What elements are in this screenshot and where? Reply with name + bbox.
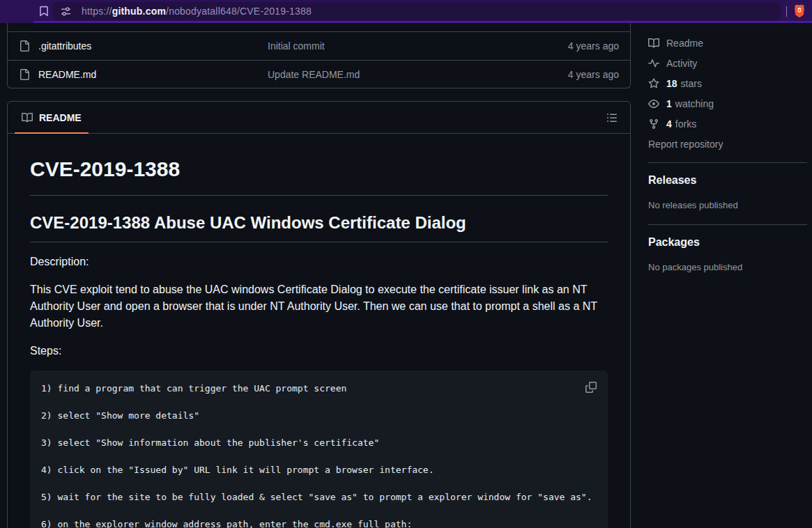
file-row-readme[interactable]: README.md Update README.md 4 years ago: [8, 60, 630, 88]
bookmark-icon: [38, 5, 50, 17]
list-unordered-icon: [606, 112, 618, 123]
sidebar-item-forks[interactable]: 4 forks: [648, 114, 807, 134]
steps-code-block: 1) find a program that can trigger the U…: [30, 371, 608, 528]
eye-icon: [648, 98, 659, 109]
commit-message-link[interactable]: Initial commit: [268, 40, 325, 52]
copy-icon: [585, 382, 597, 393]
sidebar-item-activity[interactable]: Activity: [648, 53, 807, 73]
code-line: 6) on the explorer window address path, …: [41, 518, 597, 528]
brave-shield-button[interactable]: [792, 3, 807, 19]
sidebar-item-label: Activity: [666, 58, 697, 69]
sidebar-divider: [648, 162, 807, 163]
code-line: 1) find a program that can trigger the U…: [41, 382, 597, 396]
file-listing-table: .gitattributes Initial commit 4 years ag…: [7, 23, 631, 88]
code-line: 2) select "Show more details": [41, 409, 597, 423]
url-text: https://github.com/nobodyatall648/CVE-20…: [82, 6, 312, 17]
code-line: 3) select "Show information about the pu…: [41, 436, 597, 450]
packages-empty-text: No packages published: [648, 262, 807, 272]
steps-label: Steps:: [30, 343, 608, 359]
book-icon: [648, 38, 659, 49]
pulse-icon: [648, 58, 659, 69]
readme-header: README: [8, 102, 630, 134]
forks-count: 4: [666, 118, 672, 130]
watching-count: 1: [666, 98, 672, 109]
copy-button[interactable]: [583, 379, 599, 396]
sidebar-item-label: Readme: [666, 38, 703, 49]
url-path: /nobodyatall648/CVE-2019-1388: [166, 6, 312, 17]
commit-age: 4 years ago: [568, 69, 619, 80]
sidebar-item-label: watching: [675, 98, 714, 109]
file-icon: [19, 69, 30, 80]
topbar-divider: [786, 6, 787, 17]
sidebar-item-label: forks: [675, 118, 696, 130]
commit-age: 4 years ago: [568, 40, 619, 52]
file-name-link[interactable]: .gitattributes: [38, 40, 91, 52]
sidebar-divider: [648, 224, 807, 225]
packages-heading: Packages: [648, 236, 807, 249]
outline-button[interactable]: [606, 112, 618, 123]
bookmark-button[interactable]: [38, 5, 50, 17]
sidebar-item-readme[interactable]: Readme: [648, 33, 807, 53]
file-name-link[interactable]: README.md: [38, 69, 96, 80]
readme-card: README CVE-2019-1388 CVE-2019-1388 Abuse…: [7, 101, 631, 528]
description-label: Description:: [30, 254, 608, 270]
file-row-gitattributes[interactable]: .gitattributes Initial commit 4 years ag…: [8, 32, 630, 60]
sidebar-item-stars[interactable]: 18 stars: [648, 73, 807, 93]
url-host: github.com: [112, 6, 166, 17]
star-icon: [648, 78, 659, 89]
tune-icon: [60, 6, 72, 17]
fork-icon: [648, 118, 659, 130]
code-line: 5) wait for the site to be fully loaded …: [41, 490, 597, 504]
readme-title: CVE-2019-1388: [30, 156, 608, 196]
description-text: This CVE exploit tend to abuse the UAC w…: [30, 281, 608, 332]
releases-empty-text: No releases published: [648, 200, 807, 210]
releases-heading: Releases: [648, 174, 807, 187]
sidebar-item-label: stars: [681, 78, 702, 89]
repo-sidebar: Readme Activity 18 stars 1 watching: [648, 33, 807, 272]
tab-readme[interactable]: README: [15, 102, 89, 133]
stars-count: 18: [666, 78, 677, 89]
url-scheme: https://: [82, 6, 112, 17]
book-icon: [22, 112, 33, 123]
site-settings-button[interactable]: [60, 6, 72, 17]
browser-topbar: https://github.com/nobodyatall648/CVE-20…: [0, 0, 812, 23]
clipped-row-fragment: [8, 23, 630, 32]
readme-content: CVE-2019-1388 CVE-2019-1388 Abuse UAC Wi…: [8, 134, 630, 528]
readme-tab-label: README: [39, 112, 82, 123]
sidebar-item-watching[interactable]: 1 watching: [648, 93, 807, 114]
code-line: 4) click on the "Issued by" URL link it …: [41, 463, 597, 477]
readme-subtitle: CVE-2019-1388 Abuse UAC Windows Certific…: [30, 212, 608, 242]
report-repository-link[interactable]: Report repository: [648, 134, 807, 154]
brave-shield-icon: [792, 3, 807, 19]
file-icon: [19, 40, 30, 52]
commit-message-link[interactable]: Update README.md: [268, 69, 360, 80]
address-bar[interactable]: https://github.com/nobodyatall648/CVE-20…: [53, 2, 781, 20]
github-page: .gitattributes Initial commit 4 years ag…: [0, 23, 812, 528]
